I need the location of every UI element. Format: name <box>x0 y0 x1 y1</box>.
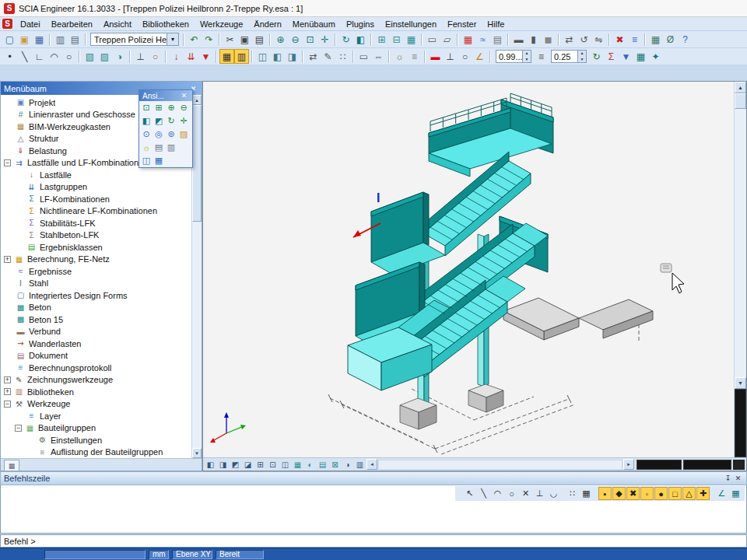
view-top-icon[interactable]: ◩ <box>153 114 165 128</box>
perspective-icon[interactable]: ▥ <box>354 459 366 471</box>
scroll-down-icon[interactable]: ▼ <box>735 377 746 389</box>
rotate-icon[interactable]: ↺ <box>577 32 591 47</box>
menu-ansicht[interactable]: Ansicht <box>98 17 137 31</box>
snap-midpoint-icon[interactable]: ◆ <box>612 487 626 500</box>
dimension-line-icon[interactable]: ▬ <box>428 49 443 64</box>
snap-endpoint-icon[interactable]: ▪ <box>598 487 612 500</box>
befehlszeile-titlebar[interactable]: Befehlszeile ↧ ✕ <box>0 471 747 485</box>
tree-item-stahl[interactable]: IStahl <box>1 278 191 290</box>
grid-icon[interactable]: ⊞ <box>374 32 389 47</box>
scale-lock-icon[interactable]: ≡ <box>534 49 549 64</box>
new-icon[interactable]: ▢ <box>2 32 17 47</box>
layers-icon[interactable]: ▦ <box>404 32 419 47</box>
draw-circle-icon[interactable]: ○ <box>505 487 518 500</box>
tree-item-dokument[interactable]: ▤Dokument <box>1 350 191 362</box>
collapse-icon[interactable]: − <box>4 401 11 408</box>
modify-icon[interactable]: ✎ <box>321 49 335 64</box>
light-icon[interactable]: ☼ <box>140 141 153 154</box>
activity-filter-icon[interactable]: ▥ <box>234 49 249 64</box>
track-cursor-icon[interactable]: ↖ <box>463 487 476 500</box>
tree-item-ergebnisklassen[interactable]: ▤Ergebnisklassen <box>1 241 191 254</box>
view-z-icon[interactable]: ◩ <box>230 459 241 471</box>
menu-werkzeuge[interactable]: Werkzeuge <box>195 17 248 31</box>
snap-node-icon[interactable]: ● <box>654 487 668 500</box>
tree-item-beton[interactable]: ▩Beton <box>1 302 191 314</box>
arc-icon[interactable]: ◠ <box>47 49 61 64</box>
shell-icon[interactable]: ◑ <box>112 49 127 64</box>
support-icon[interactable]: ⊥ <box>133 49 148 64</box>
view-front-icon[interactable]: ◧ <box>140 114 153 128</box>
pin-icon[interactable]: ↧ <box>723 474 733 484</box>
zoom-fit-icon[interactable]: ⊡ <box>267 459 279 471</box>
sum-icon[interactable]: Σ <box>604 49 619 64</box>
viewport-canvas[interactable] <box>203 82 734 457</box>
line-grid-icon[interactable]: ▦ <box>580 487 593 500</box>
plate-icon[interactable]: ◼ <box>541 32 556 47</box>
model-footing-left[interactable] <box>400 398 437 429</box>
tree-item-auflistung-der-bauteilgruppen[interactable]: ≡Auflistung der Bauteilgruppen <box>1 446 191 459</box>
tree-item-lastgruppen[interactable]: ⇊Lastgruppen <box>1 181 191 194</box>
scroll-right-button[interactable]: ▸ <box>623 459 634 470</box>
step-spinner[interactable]: ▲▼ <box>577 51 586 62</box>
shadow-icon[interactable]: ◑ <box>342 459 353 471</box>
menu-fenster[interactable]: Fenster <box>442 17 482 31</box>
hscroll-thumb-1[interactable] <box>637 460 682 470</box>
copy-view-icon[interactable]: ▥ <box>165 141 177 154</box>
hscroll-thumb-2[interactable] <box>683 460 731 470</box>
snap-grid-icon[interactable]: ✚ <box>696 487 710 500</box>
table-icon[interactable]: ▦ <box>648 32 663 47</box>
tree-item-nichtlineare-lf-kombinationen[interactable]: ΣNichtlineare LF-Kombinationen <box>1 205 191 218</box>
save-icon[interactable]: ▦ <box>32 32 47 47</box>
refresh-icon[interactable]: ↻ <box>589 49 604 64</box>
open-icon[interactable]: ▣ <box>17 32 32 47</box>
array-icon[interactable]: ∷ <box>335 49 350 64</box>
viewport-hscrollbar[interactable] <box>378 460 622 470</box>
view-folder-icon[interactable]: ▨ <box>177 128 190 141</box>
tree-item-werkzeuge[interactable]: −⚒Werkzeuge <box>1 398 191 411</box>
palette-close-icon[interactable]: ✕ <box>179 91 189 101</box>
move-icon[interactable]: ⇄ <box>562 32 577 47</box>
shading-icon[interactable]: ◨ <box>285 49 300 64</box>
measure-icon[interactable]: ▭ <box>356 49 371 64</box>
menu-datei[interactable]: Datei <box>15 17 46 31</box>
print-icon[interactable]: ▥ <box>53 32 68 47</box>
zoom-previous-icon[interactable]: ⊙ <box>140 128 153 141</box>
menubaum-tab[interactable]: ▦ <box>4 460 19 471</box>
tangent-mode-icon[interactable]: ◡ <box>547 487 560 500</box>
scale-field[interactable]: 0.99... ▲▼ <box>496 50 531 63</box>
view-axo-icon[interactable]: ◪ <box>242 459 254 471</box>
snap-toggle-icon[interactable]: ⊠ <box>329 459 341 471</box>
pan-view-icon[interactable]: ✛ <box>177 114 190 128</box>
zoom-window-icon[interactable]: ⊞ <box>254 459 266 471</box>
vscroll-thumb[interactable] <box>735 93 746 109</box>
select-rect-icon[interactable]: ▭ <box>425 32 440 47</box>
tree-item-wanderlasten[interactable]: ⇝Wanderlasten <box>1 338 191 350</box>
snap-settings-icon[interactable]: ▦ <box>729 487 742 500</box>
tree-item-berechnung-fe-netz[interactable]: +▦Berechnung, FE-Netz <box>1 254 191 266</box>
menu-bibliotheken[interactable]: Bibliotheken <box>137 17 195 31</box>
combobox-dropdown-icon[interactable]: ▾ <box>167 33 178 45</box>
dot-grid-icon[interactable]: ∷ <box>566 487 579 500</box>
zoom-window-icon[interactable]: ⊞ <box>153 101 165 114</box>
project-combobox[interactable]: Treppen Polizei Heil ▾ <box>90 33 179 46</box>
snap-mode-icon[interactable]: ⊟ <box>389 32 404 47</box>
command-history[interactable]: ↖╲◠○✕⊥◡∷▦▪◆✖◦●□△✚∠▦ <box>0 485 747 534</box>
menu-menubaum[interactable]: Menübaum <box>287 17 341 31</box>
snap-tangent-icon[interactable]: △ <box>682 487 696 500</box>
rotate-view-icon[interactable]: ↻ <box>165 114 177 128</box>
mirror-icon[interactable]: ⇋ <box>591 32 606 47</box>
tree-item-einstellungen[interactable]: ⚙Einstellungen <box>1 434 191 446</box>
menu-plugins[interactable]: Plugins <box>341 17 380 31</box>
shade-mode-icon[interactable]: ◐ <box>304 459 316 471</box>
section-icon[interactable]: Ø <box>663 32 678 47</box>
line-icon[interactable]: ╲ <box>17 49 32 64</box>
zoom-selection-icon[interactable]: ◎ <box>153 128 165 141</box>
perpendicular-icon[interactable]: ⊥ <box>443 49 458 64</box>
expand-icon[interactable]: + <box>4 256 11 263</box>
tree-item-ergebnisse[interactable]: ≈Ergebnisse <box>1 265 191 278</box>
beam-icon[interactable]: ▬ <box>511 32 526 47</box>
hinge-icon[interactable]: ○ <box>148 49 163 64</box>
zoom-extents-icon[interactable]: ⊚ <box>165 128 177 141</box>
tree-scroll-thumb[interactable] <box>192 105 202 222</box>
draw-arc-icon[interactable]: ◠ <box>491 487 504 500</box>
